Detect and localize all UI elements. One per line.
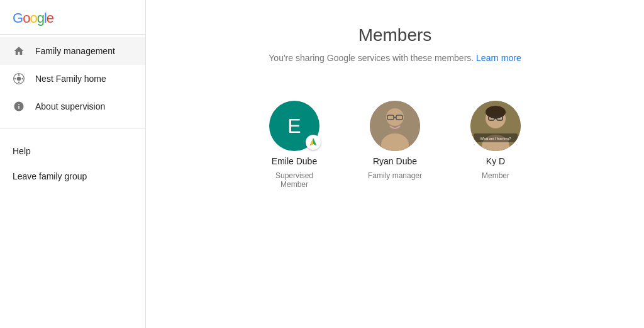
sidebar-bottom: Help Leave family group [0, 133, 145, 194]
sidebar-item-family-management[interactable]: Family management [0, 37, 145, 65]
main-content: Members You're sharing Google services w… [146, 0, 644, 328]
svg-point-17 [486, 106, 506, 118]
subtitle-text: You're sharing Google services with thes… [269, 53, 474, 63]
member-name-ryan: Ryan Dube [373, 156, 417, 166]
svg-text:What am I learning?: What am I learning? [480, 137, 511, 140]
info-icon [13, 100, 25, 113]
member-card-ky[interactable]: What am I learning? Ky D Member [464, 101, 527, 180]
sidebar-item-leave-family-group[interactable]: Leave family group [0, 164, 145, 189]
help-label: Help [13, 146, 31, 156]
svg-marker-7 [313, 138, 316, 145]
member-name-emile: Emile Dube [272, 156, 317, 166]
nest-icon [13, 72, 25, 85]
logo-area: Google [0, 0, 145, 34]
sidebar-item-label: Family management [35, 46, 115, 56]
avatar-photo-ryan [370, 101, 420, 151]
avatar-photo-ky: What am I learning? [470, 101, 521, 151]
sidebar-item-about-supervision[interactable]: About supervision [0, 93, 145, 120]
members-title: Members [358, 25, 432, 45]
svg-point-3 [18, 82, 20, 84]
svg-point-4 [14, 78, 16, 80]
svg-point-5 [22, 78, 24, 80]
sidebar-section-divider [0, 128, 145, 128]
svg-marker-8 [310, 138, 313, 145]
sidebar-item-help[interactable]: Help [0, 139, 145, 164]
avatar-ryan [370, 101, 420, 151]
member-name-ky: Ky D [486, 156, 505, 166]
avatar-ky: What am I learning? [470, 101, 521, 151]
sidebar-item-label: About supervision [35, 101, 105, 111]
sidebar-nav: Family management Nest Family home [0, 35, 145, 123]
learn-more-link[interactable]: Learn more [476, 53, 521, 63]
member-card-emile[interactable]: E Emile Dube Supervised Member [263, 101, 326, 189]
members-list: E Emile Dube Supervised Member [263, 101, 527, 189]
home-icon [13, 45, 25, 57]
member-role-emile: Supervised Member [263, 171, 326, 189]
avatar-emile: E [269, 101, 319, 151]
svg-point-1 [17, 77, 21, 81]
sidebar-item-label: Nest Family home [35, 74, 106, 84]
google-pay-badge [306, 135, 321, 150]
member-role-ky: Member [482, 171, 509, 180]
svg-point-2 [18, 74, 20, 76]
leave-family-group-label: Leave family group [13, 171, 87, 181]
sidebar-item-nest-family-home[interactable]: Nest Family home [0, 65, 145, 93]
member-role-ryan: Family manager [368, 171, 422, 180]
member-card-ryan[interactable]: Ryan Dube Family manager [364, 101, 426, 180]
google-logo: Google [13, 10, 53, 26]
sidebar: Google Family management [0, 0, 146, 328]
members-subtitle: You're sharing Google services with thes… [269, 53, 521, 63]
